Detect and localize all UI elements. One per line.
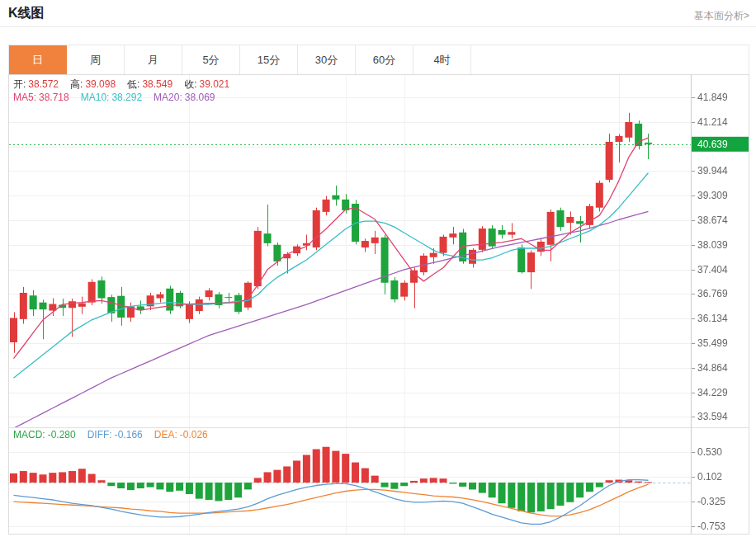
tab-4时[interactable]: 4时 — [413, 45, 471, 75]
kline-chart-canvas[interactable] — [9, 75, 749, 534]
chart-frame: 开:38.572高:39.098低:38.549收:39.021 MA5:38.… — [8, 74, 749, 535]
tab-日[interactable]: 日 — [9, 45, 67, 75]
kline-widget: K线图 基本面分析> 日周月5分15分30分60分4时 开:38.572高:39… — [0, 0, 756, 537]
header: K线图 基本面分析> — [0, 0, 756, 27]
tab-15分[interactable]: 15分 — [240, 45, 298, 75]
tab-5分[interactable]: 5分 — [182, 45, 240, 75]
tab-周[interactable]: 周 — [67, 45, 125, 75]
interval-tabs: 日周月5分15分30分60分4时 — [8, 45, 749, 75]
fundamental-analysis-link[interactable]: 基本面分析> — [694, 9, 749, 23]
tab-月[interactable]: 月 — [125, 45, 182, 75]
page-title: K线图 — [8, 5, 45, 22]
tab-30分[interactable]: 30分 — [298, 45, 356, 75]
tab-60分[interactable]: 60分 — [356, 45, 413, 75]
